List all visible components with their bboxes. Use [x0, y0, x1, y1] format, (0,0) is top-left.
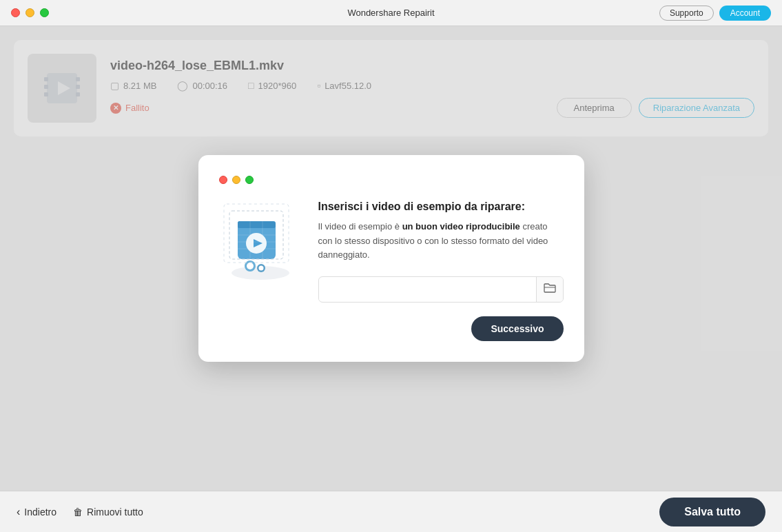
- window-controls: [11, 8, 49, 17]
- modal-title: Inserisci i video di esempio da riparare…: [318, 201, 564, 213]
- minimize-button[interactable]: [25, 8, 34, 17]
- salva-tutto-button[interactable]: Salva tutto: [659, 498, 765, 526]
- bottom-bar: ‹ Indietro 🗑 Rimuovi tutto Salva tutto: [0, 491, 782, 532]
- modal-close-button[interactable]: [219, 176, 227, 184]
- main-content: video-h264_lose_EBML1.mkv ▢ 8.21 MB ◯ 00…: [0, 26, 782, 491]
- browse-folder-button[interactable]: [536, 277, 563, 302]
- bottom-left: ‹ Indietro 🗑 Rimuovi tutto: [17, 506, 143, 518]
- rimuovi-tutto-button[interactable]: 🗑 Rimuovi tutto: [73, 507, 143, 518]
- titlebar: Wondershare Repairit Supporto Account: [0, 0, 782, 26]
- trash-icon: 🗑: [73, 507, 83, 518]
- sample-video-input[interactable]: [319, 279, 536, 300]
- modal-desc-prefix: Il video di esempio è: [318, 221, 402, 232]
- modal-desc-bold: un buon video riproducibile: [402, 221, 520, 232]
- header-actions: Supporto Account: [659, 6, 771, 21]
- modal-minimize-button[interactable]: [232, 176, 240, 184]
- app-title: Wondershare Repairit: [347, 8, 434, 18]
- maximize-button[interactable]: [40, 8, 49, 17]
- supporto-button[interactable]: Supporto: [659, 6, 714, 21]
- modal-dialog: Inserisci i video di esempio da riparare…: [198, 155, 584, 362]
- modal-text: Inserisci i video di esempio da riparare…: [318, 201, 564, 341]
- account-button[interactable]: Account: [719, 6, 771, 21]
- folder-icon: [544, 283, 556, 294]
- modal-body: Inserisci i video di esempio da riparare…: [219, 201, 564, 341]
- indietro-button[interactable]: ‹ Indietro: [17, 506, 56, 518]
- modal-footer: Successivo: [318, 316, 564, 341]
- video-illustration: [223, 201, 298, 283]
- file-input-row: [318, 276, 564, 303]
- close-button[interactable]: [11, 8, 20, 17]
- modal-titlebar: [219, 176, 564, 184]
- modal-overlay: Inserisci i video di esempio da riparare…: [0, 26, 782, 491]
- modal-description: Il video di esempio è un buon video ripr…: [318, 220, 564, 263]
- svg-point-15: [247, 263, 254, 269]
- modal-illustration: [219, 201, 302, 283]
- successivo-button[interactable]: Successivo: [471, 316, 563, 341]
- chevron-left-icon: ‹: [17, 506, 20, 518]
- svg-point-17: [258, 265, 263, 270]
- svg-rect-11: [238, 221, 251, 228]
- modal-maximize-button[interactable]: [245, 176, 254, 184]
